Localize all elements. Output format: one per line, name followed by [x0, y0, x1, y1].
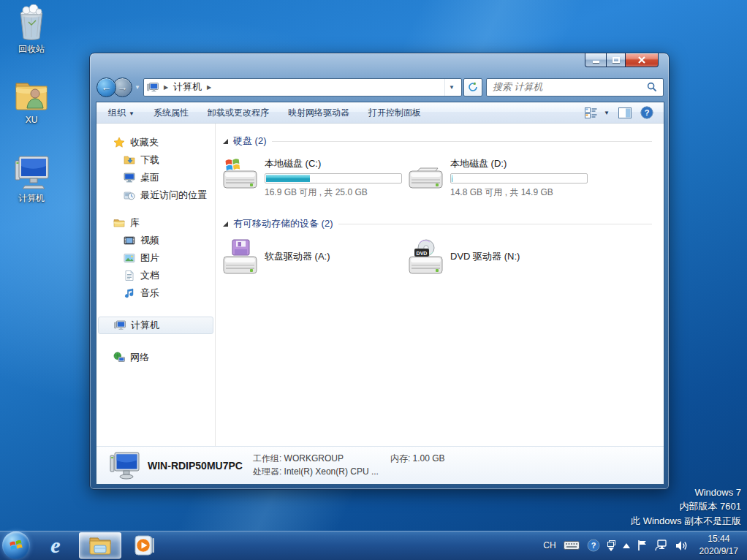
breadcrumb-arrow-icon[interactable]: ▶ [164, 84, 168, 91]
start-button[interactable] [2, 531, 30, 559]
sidebar-item-desktop[interactable]: 桌面 [96, 169, 215, 186]
help-icon: ? [640, 106, 653, 119]
back-button[interactable]: ← [96, 77, 116, 97]
sidebar-item-favorites[interactable]: 收藏夹 [96, 134, 215, 151]
workgroup-label: 工作组: [253, 453, 281, 463]
open-control-panel-button[interactable]: 打开控制面板 [368, 107, 421, 119]
workgroup-field: 工作组: WORKGROUP [253, 453, 390, 466]
help-button[interactable]: ? [640, 106, 653, 119]
tray-time: 15:44 [699, 533, 738, 545]
computer-icon [113, 319, 126, 332]
videos-icon [123, 235, 135, 247]
desktop-icon-label: 计算机 [3, 192, 60, 205]
computer-crumb-icon [147, 82, 159, 93]
preview-pane-button[interactable] [618, 107, 632, 118]
forward-arrow-icon: → [118, 82, 128, 92]
dvd-drive-icon: DVD [409, 239, 444, 273]
breadcrumb-arrow-icon[interactable]: ▶ [207, 84, 211, 91]
watermark-line: 此 Windows 副本不是正版 [631, 514, 741, 529]
sidebar-item-label: 最近访问的位置 [140, 189, 207, 202]
close-icon [637, 56, 646, 64]
search-icon[interactable] [647, 82, 657, 92]
memory-field: 内存: 1.00 GB [390, 453, 445, 466]
address-bar[interactable]: ▶ 计算机 ▶ ▼ [143, 78, 462, 97]
group-header-hard-disks[interactable]: 硬盘 (2) [223, 135, 652, 148]
minimize-icon [593, 61, 599, 63]
chevron-down-icon: ▼ [129, 110, 134, 117]
address-dropdown-icon[interactable]: ▼ [444, 79, 458, 96]
collapse-triangle-icon[interactable] [223, 139, 228, 144]
caption-buttons [585, 53, 659, 67]
sidebar-item-videos[interactable]: 视频 [96, 232, 215, 249]
desktop-icon-computer[interactable]: 计算机 [3, 154, 60, 205]
group-divider [338, 224, 653, 224]
sidebar-item-label: 网络 [130, 351, 149, 364]
organize-menu-button[interactable]: 组织▼ [108, 107, 134, 119]
desktop-icon-xu-folder[interactable]: XU [3, 76, 60, 125]
change-view-button[interactable]: ▼ [585, 107, 610, 118]
desktop-icon [123, 172, 135, 184]
history-dropdown-icon[interactable]: ▼ [134, 84, 140, 91]
download-folder-icon [123, 154, 135, 167]
maximize-button[interactable] [606, 53, 626, 67]
computer-details-icon [110, 451, 140, 480]
drive-item-d[interactable]: 本地磁盘 (D:) 14.8 GB 可用 , 共 14.9 GB [409, 156, 594, 199]
window-arrow-icon[interactable] [607, 540, 615, 551]
user-folder-icon [3, 76, 60, 113]
drive-item-floppy-a[interactable]: 软盘驱动器 (A:) [223, 239, 409, 273]
group-title: 硬盘 (2) [233, 135, 267, 148]
uninstall-program-button[interactable]: 卸载或更改程序 [208, 107, 269, 119]
desktop-icon-recycle-bin[interactable]: 回收站 [3, 4, 60, 56]
notification-area: CH ? [543, 533, 747, 559]
system-properties-button[interactable]: 系统属性 [153, 107, 189, 119]
views-icon [585, 107, 597, 118]
processor-label: 处理器: [253, 466, 281, 477]
back-arrow-icon: ← [102, 82, 112, 92]
window-body: 组织▼ 系统属性 卸载或更改程序 映射网络驱动器 打开控制面板 ▼ [96, 102, 664, 485]
computer-name: WIN-RDIP50MU7PC [148, 460, 243, 472]
taskbar-media-player-button[interactable] [129, 532, 161, 559]
input-language-indicator[interactable]: CH [543, 540, 555, 550]
keyboard-icon[interactable] [564, 540, 580, 550]
sidebar-item-pictures[interactable]: 图片 [96, 249, 215, 267]
network-tray-icon[interactable] [655, 540, 668, 551]
sidebar-item-label: 视频 [140, 234, 159, 247]
capacity-bar-fill [266, 175, 310, 182]
drive-name: DVD 驱动器 (N:) [450, 250, 520, 263]
sidebar-item-music[interactable]: 音乐 [96, 284, 215, 302]
drive-item-dvd-n[interactable]: DVD DVD 驱动器 (N:) [409, 239, 594, 273]
maximize-icon [613, 57, 620, 63]
group-divider [272, 141, 653, 142]
desktop-icon-label: 回收站 [3, 43, 60, 56]
map-network-drive-button[interactable]: 映射网络驱动器 [288, 107, 349, 119]
libraries-icon [113, 217, 125, 230]
sidebar-item-network[interactable]: 网络 [96, 349, 215, 366]
sidebar-item-label: 图片 [140, 251, 159, 265]
sidebar-item-documents[interactable]: 文档 [96, 267, 215, 284]
drive-capacity-text: 14.8 GB 可用 , 共 14.9 GB [450, 186, 588, 199]
group-header-removable-devices[interactable]: 有可移动存储的设备 (2) [223, 217, 652, 230]
taskbar-clock[interactable]: 15:44 2020/9/17 [695, 533, 743, 559]
recent-places-icon [123, 189, 135, 202]
show-hidden-icons-button[interactable] [623, 543, 630, 548]
volume-icon[interactable] [675, 540, 688, 551]
close-button[interactable] [626, 53, 659, 67]
sidebar-item-label: 收藏夹 [130, 136, 159, 149]
breadcrumb-item-computer[interactable]: 计算机 [173, 80, 202, 94]
documents-icon [123, 270, 135, 282]
hard-drive-windows-icon [223, 156, 258, 190]
drive-capacity-text: 16.9 GB 可用 , 共 25.0 GB [265, 186, 402, 199]
sidebar-item-computer[interactable]: 计算机 [98, 317, 213, 334]
action-center-flag-icon[interactable] [637, 540, 648, 551]
sidebar-item-downloads[interactable]: 下载 [96, 151, 215, 169]
collapse-triangle-icon[interactable] [223, 222, 228, 227]
help-tray-icon[interactable]: ? [587, 539, 600, 552]
sidebar-item-recent-places[interactable]: 最近访问的位置 [96, 186, 215, 204]
search-box[interactable]: 搜索 计算机 [486, 78, 664, 97]
sidebar-item-libraries[interactable]: 库 [96, 214, 215, 232]
drive-item-c[interactable]: 本地磁盘 (C:) 16.9 GB 可用 , 共 25.0 GB [223, 156, 409, 199]
taskbar-ie-button[interactable]: e [39, 532, 72, 559]
taskbar-explorer-button[interactable] [79, 532, 121, 559]
refresh-button[interactable] [463, 78, 482, 97]
minimize-button[interactable] [585, 53, 606, 67]
